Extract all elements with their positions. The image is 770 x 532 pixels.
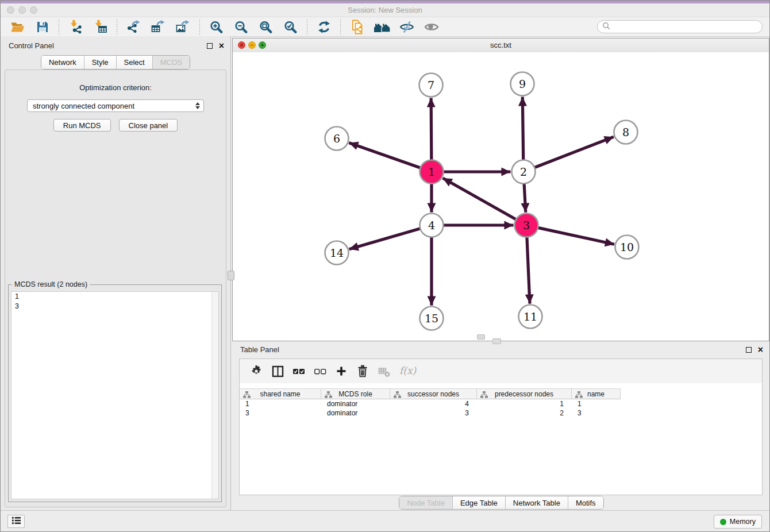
import-table-button[interactable] <box>91 19 110 35</box>
network-window-titlebar[interactable]: scc.txt <box>233 38 769 53</box>
tab-node-table[interactable]: Node Table <box>399 496 452 509</box>
cell: dominator <box>321 408 390 418</box>
export-table-button[interactable] <box>149 19 168 35</box>
tab-network-table[interactable]: Network Table <box>505 496 568 509</box>
node-2[interactable]: 2 <box>512 160 536 184</box>
edge-3-11[interactable] <box>527 236 530 303</box>
run-mcds-button[interactable]: Run MCDS <box>53 119 111 132</box>
search-box[interactable] <box>597 20 763 33</box>
cell: 3 <box>390 408 477 418</box>
node-15[interactable]: 15 <box>420 307 444 330</box>
node-1[interactable]: 1 <box>420 160 444 184</box>
mcds-result-box[interactable]: 13 <box>11 291 219 499</box>
search-input[interactable] <box>610 22 757 32</box>
export-network-button[interactable] <box>124 19 143 35</box>
application-window: Session: New Session Control Panel × Net… <box>0 0 770 532</box>
toggle-column-display-button[interactable] <box>269 363 286 380</box>
column-header-successor-nodes[interactable]: successor nodes <box>390 388 477 399</box>
network-canvas[interactable]: 7968124314101511 <box>233 52 769 341</box>
tab-network[interactable]: Network <box>41 56 84 69</box>
delete-column-button[interactable] <box>354 363 371 380</box>
delete-table-button <box>375 363 392 380</box>
refresh-layout-button[interactable] <box>314 19 333 35</box>
column-header-mcds-role[interactable]: MCDS role <box>321 388 390 399</box>
close-panel-icon[interactable]: × <box>219 43 224 49</box>
node-4[interactable]: 4 <box>420 214 444 237</box>
cell: 3 <box>240 408 321 418</box>
control-panel-tabs: NetworkStyleSelectMCDS <box>1 55 230 70</box>
minimize-window-button[interactable] <box>18 6 26 14</box>
table-toolbar: f(x) <box>240 359 762 383</box>
node-6[interactable]: 6 <box>325 127 349 151</box>
select-all-button[interactable] <box>290 363 307 380</box>
node-label: 11 <box>523 310 537 323</box>
new-network-from-selection-button[interactable] <box>348 19 367 35</box>
node-11[interactable]: 11 <box>519 305 542 329</box>
node-7[interactable]: 7 <box>419 74 443 97</box>
cell: 3 <box>572 408 621 418</box>
edge-3-10[interactable] <box>537 228 614 244</box>
close-window-button[interactable] <box>7 6 14 14</box>
tab-edge-table[interactable]: Edge Table <box>452 496 505 509</box>
hide-selected-button[interactable] <box>397 19 416 35</box>
table-row[interactable]: 3dominator323 <box>240 408 762 418</box>
mcds-panel: Optimization criterion: strongly connect… <box>5 70 226 507</box>
zoom-out-button[interactable] <box>232 19 251 35</box>
table-tab-group: Node TableEdge TableNetwork TableMotifs <box>399 496 603 510</box>
edge-2-3[interactable] <box>524 183 526 212</box>
close-table-panel-icon[interactable]: × <box>758 346 763 353</box>
edge-4-14[interactable] <box>349 228 421 249</box>
panel-splitter-handle[interactable] <box>228 271 234 280</box>
horizontal-splitter-handle[interactable] <box>492 338 501 344</box>
memory-status-icon <box>720 519 726 525</box>
node-10[interactable]: 10 <box>615 236 639 259</box>
float-table-panel-icon[interactable] <box>746 347 752 353</box>
edge-1-6[interactable] <box>349 142 421 168</box>
maximize-window-button[interactable] <box>30 6 37 14</box>
save-session-button[interactable] <box>33 19 52 35</box>
zoom-in-button[interactable] <box>207 19 226 35</box>
node-3[interactable]: 3 <box>515 214 538 237</box>
table-panel-tabs: Node TableEdge TableNetwork TableMotifs <box>232 496 770 510</box>
edge-3-1[interactable] <box>443 178 517 219</box>
tab-select[interactable]: Select <box>116 56 152 69</box>
canvas-resize-handle[interactable] <box>477 334 485 340</box>
import-network-button[interactable] <box>66 19 85 35</box>
result-scrollbar[interactable] <box>211 292 218 499</box>
network-graph[interactable]: 7968124314101511 <box>233 52 769 341</box>
column-header-shared-name[interactable]: shared name <box>240 388 321 399</box>
column-header-label: name <box>587 390 605 398</box>
criterion-select-value: strongly connected component <box>33 102 134 110</box>
task-history-button[interactable] <box>7 515 25 528</box>
open-session-button[interactable] <box>8 19 27 35</box>
window-controls <box>7 6 37 14</box>
table-options-button[interactable] <box>248 363 265 380</box>
column-header-predecessor-nodes[interactable]: predecessor nodes <box>477 388 572 399</box>
edge-1-7[interactable] <box>431 98 432 160</box>
tab-motifs[interactable]: Motifs <box>568 496 603 509</box>
zoom-selected-button[interactable] <box>281 19 300 35</box>
table-row[interactable]: 1dominator411 <box>240 399 762 408</box>
column-header-label: predecessor nodes <box>495 390 553 398</box>
column-header-name[interactable]: name <box>572 388 621 399</box>
criterion-select[interactable]: strongly connected component <box>27 99 204 112</box>
search-icon <box>602 22 610 32</box>
float-panel-icon[interactable] <box>207 43 213 49</box>
edge-2-8[interactable] <box>534 137 614 168</box>
tab-style[interactable]: Style <box>84 56 116 69</box>
main-toolbar-icons <box>1 17 444 36</box>
zoom-fit-button[interactable] <box>256 19 275 35</box>
node-14[interactable]: 14 <box>325 241 349 265</box>
table-panel-body: f(x) shared nameMCDS rolesuccessor nodes… <box>239 358 763 495</box>
node-8[interactable]: 8 <box>614 121 638 144</box>
node-9[interactable]: 9 <box>511 72 534 96</box>
memory-button[interactable]: Memory <box>714 515 762 529</box>
export-image-button[interactable] <box>174 19 192 35</box>
edge-2-9[interactable] <box>522 97 523 160</box>
close-panel-button[interactable]: Close panel <box>119 119 178 132</box>
tab-mcds[interactable]: MCDS <box>152 56 190 69</box>
first-neighbors-button[interactable] <box>372 19 391 35</box>
add-column-button[interactable] <box>333 363 350 380</box>
deselect-all-button[interactable] <box>311 363 329 380</box>
toolbar-separator <box>117 20 117 34</box>
